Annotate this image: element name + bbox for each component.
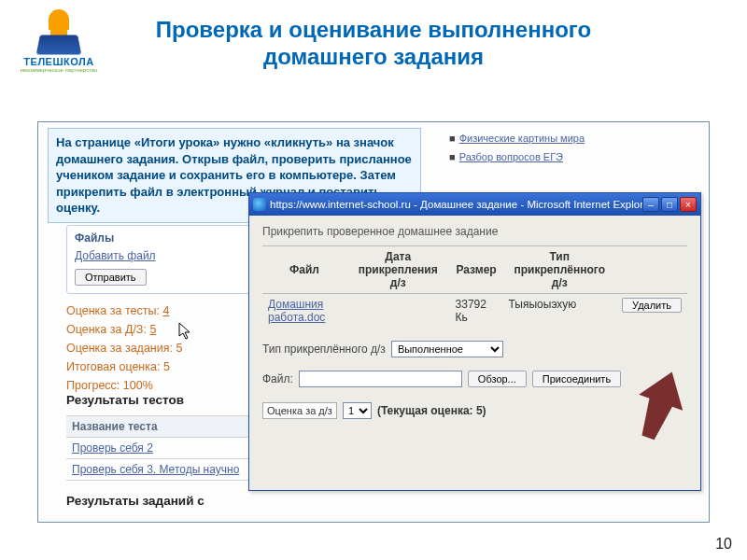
col-file: Файл bbox=[262, 246, 346, 294]
grade-tests-value[interactable]: 4 bbox=[162, 304, 169, 317]
col-date: Дата прикрепления д/з bbox=[346, 246, 450, 294]
maximize-button[interactable]: □ bbox=[661, 197, 678, 212]
close-button[interactable]: × bbox=[680, 197, 697, 212]
grades-block: Оценка за тесты: 4 Оценка за Д/З: 5 Оцен… bbox=[66, 301, 182, 395]
page-number: 10 bbox=[715, 536, 732, 553]
pointer-arrow bbox=[636, 370, 683, 444]
col-type: Тип прикреплённого д/з bbox=[503, 246, 616, 294]
grade-box-label: Оценка за д/з bbox=[262, 402, 337, 419]
attachment-date bbox=[346, 294, 450, 329]
section-task-results: Результаты заданий с bbox=[66, 494, 204, 508]
attachment-table: Файл Дата прикрепления д/з Размер Тип пр… bbox=[262, 245, 687, 328]
dialog-title: https://www.internet-school.ru - Домашне… bbox=[270, 199, 642, 210]
attachment-type: Тыяыоыэхую bbox=[503, 294, 616, 329]
file-input[interactable] bbox=[299, 371, 462, 387]
svg-marker-0 bbox=[636, 370, 683, 444]
tests-column-header: Название теста bbox=[66, 416, 262, 438]
main-stage: На странице «Итоги урока» нужно «кликнут… bbox=[37, 121, 710, 523]
current-grade: (Текущая оценка: 5) bbox=[377, 404, 486, 417]
grade-hw-value[interactable]: 5 bbox=[149, 323, 156, 336]
dialog-body: Прикрепить проверенное домашнее задание … bbox=[249, 216, 700, 428]
add-file-link[interactable]: Добавить файл bbox=[75, 249, 156, 262]
grade-tasks-label: Оценка за задания: bbox=[66, 342, 173, 355]
test-link[interactable]: Проверь себя 3. Методы научно bbox=[72, 463, 239, 476]
attachment-row: Домашния работа.doc 33792 Кь Тыяыоыэхую … bbox=[262, 294, 687, 329]
test-link[interactable]: Проверь себя 2 bbox=[72, 441, 153, 455]
col-size: Размер bbox=[450, 246, 503, 294]
grade-hw-label: Оценка за Д/З: bbox=[66, 323, 147, 336]
files-panel: Файлы Добавить файл Отправить bbox=[66, 225, 272, 294]
homework-dialog: https://www.internet-school.ru - Домашне… bbox=[248, 192, 701, 491]
delete-button[interactable]: Удалить bbox=[622, 298, 682, 313]
browse-button[interactable]: Обзор... bbox=[468, 371, 527, 387]
progress-label: Прогресс: bbox=[66, 379, 120, 392]
progress-value: 100% bbox=[123, 379, 153, 392]
files-header: Файлы bbox=[75, 231, 263, 245]
section-test-results: Результаты тестов bbox=[66, 393, 184, 407]
attachment-type-select[interactable]: Выполненное bbox=[391, 341, 503, 357]
grade-final-value: 5 bbox=[163, 360, 170, 373]
dialog-titlebar[interactable]: https://www.internet-school.ru - Домашне… bbox=[249, 193, 700, 216]
file-label: Файл: bbox=[262, 372, 293, 385]
tests-table: Название теста Проверь себя 2 Проверь се… bbox=[66, 415, 262, 481]
grade-tests-label: Оценка за тесты: bbox=[66, 304, 160, 317]
grade-final-label: Итоговая оценка: bbox=[66, 360, 160, 373]
attachment-file-link[interactable]: Домашния работа.doc bbox=[268, 298, 325, 324]
grade-tasks-value: 5 bbox=[176, 342, 182, 355]
type-label: Тип прикреплённого д/з bbox=[262, 343, 386, 356]
right-links: ■Физические картины мира ■Разбор вопросо… bbox=[449, 130, 585, 167]
ie-icon bbox=[253, 198, 266, 211]
link-physics[interactable]: Физические картины мира bbox=[459, 133, 585, 144]
attach-button[interactable]: Присоединить bbox=[532, 371, 621, 387]
cursor-icon bbox=[178, 322, 193, 343]
logo: ТЕЛЕШКОЛА некоммерческое партнерство bbox=[17, 9, 101, 73]
dialog-caption: Прикрепить проверенное домашнее задание bbox=[262, 225, 687, 238]
link-ege[interactable]: Разбор вопросов ЕГЭ bbox=[459, 151, 563, 162]
logo-brand: ТЕЛЕШКОЛА bbox=[17, 56, 101, 67]
grade-select[interactable]: 1 bbox=[343, 402, 372, 419]
slide-title: Проверка и оценивание выполненного домаш… bbox=[0, 0, 747, 80]
minimize-button[interactable]: – bbox=[642, 197, 659, 212]
logo-subtitle: некоммерческое партнерство bbox=[17, 67, 101, 73]
attachment-size: 33792 Кь bbox=[450, 294, 503, 329]
send-button[interactable]: Отправить bbox=[75, 269, 147, 286]
